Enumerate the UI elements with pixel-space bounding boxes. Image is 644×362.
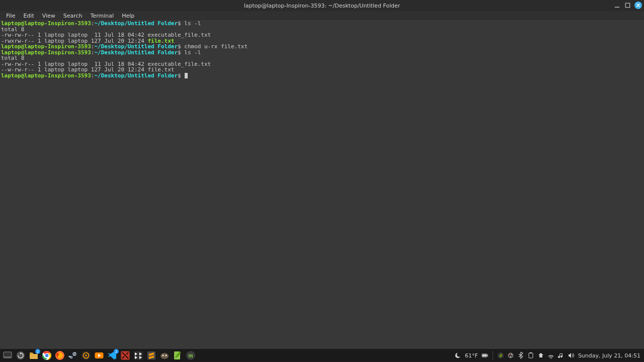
- svg-point-21: [85, 354, 87, 356]
- menu-help[interactable]: Help: [118, 12, 138, 20]
- svg-rect-43: [530, 352, 532, 353]
- network-icon[interactable]: [547, 352, 554, 359]
- close-button[interactable]: [634, 2, 642, 9]
- vscode-icon[interactable]: 2: [107, 350, 118, 361]
- minimize-button[interactable]: [613, 2, 621, 9]
- terminal-line: laptop@laptop-Inspiron-3593:~/Desktop/Un…: [1, 73, 643, 79]
- svg-rect-35: [482, 354, 487, 356]
- mint-menu-icon[interactable]: m: [185, 350, 196, 361]
- svg-point-44: [550, 358, 551, 359]
- files-icon[interactable]: 2: [28, 350, 39, 361]
- svg-point-28: [163, 355, 164, 356]
- window-title: laptop@laptop-Inspiron-3593: ~/Desktop/U…: [0, 3, 644, 9]
- svg-point-39: [509, 354, 510, 355]
- svg-rect-42: [529, 353, 533, 358]
- svg-point-27: [160, 353, 169, 359]
- window-titlebar: laptop@laptop-Inspiron-3593: ~/Desktop/U…: [0, 0, 644, 11]
- files-badge: 2: [35, 349, 40, 354]
- restore-session-icon[interactable]: [15, 350, 26, 361]
- window-controls: [613, 2, 642, 9]
- taskbar: 2 2: [0, 349, 644, 362]
- terminal-output[interactable]: laptop@laptop-Inspiron-3593:~/Desktop/Un…: [0, 20, 644, 349]
- kdenlive-icon[interactable]: [133, 350, 144, 361]
- menu-file[interactable]: File: [2, 12, 19, 20]
- svg-point-16: [74, 353, 75, 355]
- obs-icon[interactable]: [507, 352, 514, 359]
- music-icon[interactable]: [557, 352, 565, 359]
- svg-point-11: [45, 354, 49, 357]
- show-desktop-icon[interactable]: [2, 350, 13, 361]
- gimp-icon[interactable]: [159, 350, 170, 361]
- tray-separator: [493, 351, 493, 360]
- firefox-icon[interactable]: [54, 350, 65, 361]
- svg-point-14: [68, 351, 77, 360]
- lutris-icon[interactable]: [80, 350, 92, 361]
- steam-icon[interactable]: [67, 350, 78, 361]
- clipboard-icon[interactable]: [527, 352, 534, 359]
- menu-view[interactable]: View: [38, 12, 59, 20]
- svg-text:m: m: [189, 353, 193, 358]
- svg-rect-8: [30, 352, 33, 354]
- svg-rect-26: [147, 351, 155, 359]
- vscode-badge: 2: [114, 349, 119, 354]
- datetime-text[interactable]: Sunday, July 21, 04:51: [578, 352, 640, 359]
- menubar: File Edit View Search Terminal Help: [0, 11, 644, 20]
- updates-icon[interactable]: [537, 352, 544, 359]
- taskbar-tray: 61°F Sunday, July 21, 04:51: [454, 349, 641, 362]
- nvidia-icon[interactable]: [497, 352, 504, 359]
- terminal-line: laptop@laptop-Inspiron-3593:~/Desktop/Un…: [1, 50, 643, 56]
- menu-terminal[interactable]: Terminal: [87, 12, 118, 20]
- maximize-button[interactable]: [624, 2, 631, 9]
- menu-edit[interactable]: Edit: [19, 12, 38, 20]
- battery-icon[interactable]: [481, 352, 489, 359]
- svg-point-41: [510, 356, 511, 357]
- note-icon[interactable]: [172, 350, 183, 361]
- volume-icon[interactable]: [568, 352, 575, 359]
- dota-icon[interactable]: [120, 350, 131, 361]
- bluetooth-icon[interactable]: [517, 352, 524, 359]
- weather-icon[interactable]: [454, 352, 461, 359]
- svg-rect-5: [4, 356, 12, 358]
- svg-rect-1: [625, 3, 629, 7]
- menu-search[interactable]: Search: [59, 12, 87, 20]
- youtube-icon[interactable]: [94, 350, 105, 361]
- terminal-line: laptop@laptop-Inspiron-3593:~/Desktop/Un…: [1, 21, 643, 27]
- svg-rect-34: [487, 355, 488, 356]
- svg-point-29: [166, 355, 167, 356]
- svg-point-40: [511, 354, 512, 355]
- chrome-icon[interactable]: [41, 350, 52, 361]
- taskbar-launchers: 2 2: [2, 350, 196, 361]
- sublime-icon[interactable]: [146, 350, 157, 361]
- weather-text[interactable]: 61°F: [465, 352, 478, 359]
